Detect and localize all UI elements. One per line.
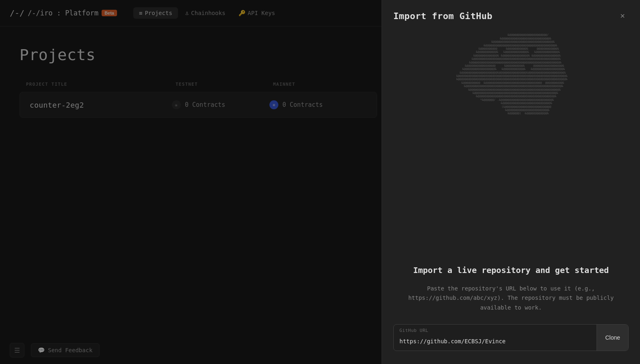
clone-button[interactable]: Clone [597, 325, 628, 351]
ascii-art-area: &@@@@@@@@@@@@@@@@@@@@@@/ &@@@@@@@@@@@@@@… [382, 30, 640, 264]
modal-description: Paste the repository's URL below to use … [393, 284, 629, 313]
modal-title: Import from GitHub [393, 11, 492, 21]
modal-body: Import a live repository and get started… [382, 264, 640, 364]
github-url-input-group: GitHub URL Clone [393, 324, 629, 351]
github-url-input[interactable] [394, 326, 597, 349]
modal-headline: Import a live repository and get started [393, 264, 629, 276]
import-modal: Import from GitHub × &@@@@@@@@@@@@@@@@@@… [382, 0, 640, 364]
ascii-art: &@@@@@@@@@@@@@@@@@@@@@@/ &@@@@@@@@@@@@@@… [454, 30, 567, 119]
modal-close-button[interactable]: × [616, 10, 629, 22]
modal-header: Import from GitHub × [382, 0, 640, 30]
